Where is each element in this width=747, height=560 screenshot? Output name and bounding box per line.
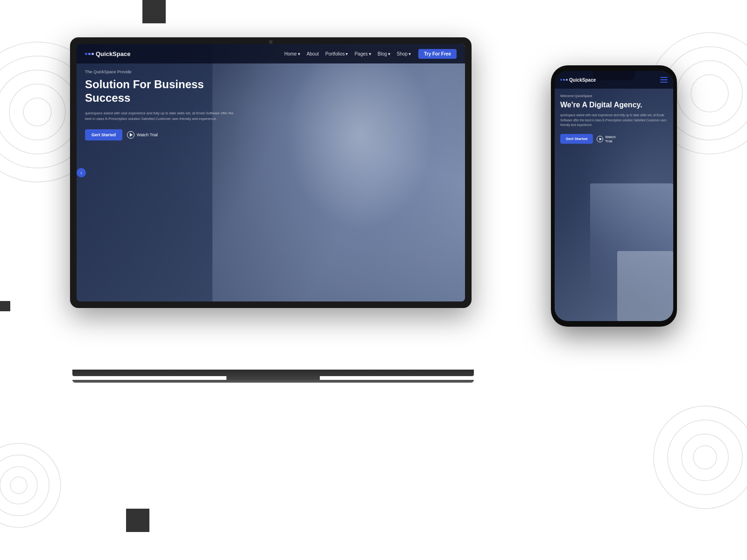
nav-home-arrow: ▾	[298, 51, 300, 56]
svg-point-2	[0, 70, 79, 154]
svg-point-8	[691, 75, 728, 112]
phone-hero-content: Welcome QuickSpace We're A Digital Agenc…	[560, 94, 668, 144]
logo-dot-1	[85, 53, 87, 55]
nav-blog-label: Blog	[378, 51, 387, 56]
nav-pages-arrow: ▾	[369, 51, 371, 56]
laptop-foot	[72, 380, 474, 383]
logo-dot-2	[88, 53, 91, 55]
hamburger-line-2	[660, 79, 668, 80]
headline-line1: Solution For Business	[85, 78, 204, 91]
phone-watch-trial-button[interactable]: Watch Trial	[597, 135, 615, 143]
phone-play-icon	[597, 136, 603, 142]
laptop-logo-text: QuickSpace	[96, 50, 130, 57]
nav-portfolios-arrow: ▾	[345, 51, 348, 56]
svg-point-4	[23, 98, 51, 126]
logo-dot-3	[92, 53, 94, 55]
concentric-circles-bottom-left	[0, 439, 65, 532]
laptop-logo-dots	[85, 53, 94, 55]
phone-logo-dot-3	[566, 79, 568, 81]
laptop-nav-links: Home ▾ About Portfolios ▾ Pages ▾	[284, 51, 411, 56]
svg-point-10	[0, 455, 49, 516]
square-decor-1	[142, 0, 166, 23]
svg-point-7	[677, 61, 742, 126]
headline-line2: Success	[85, 91, 130, 104]
laptop-screen: QuickSpace Home ▾ About Portfolios ▾	[77, 44, 465, 301]
phone-logo-dot-1	[560, 79, 562, 81]
laptop-hero-section: QuickSpace Home ▾ About Portfolios ▾	[77, 44, 465, 301]
laptop-camera	[269, 40, 273, 44]
laptop-logo: QuickSpace	[85, 50, 130, 57]
phone-watch-part1: Watch	[605, 135, 615, 139]
phone-watch-label: Watch Trial	[605, 135, 615, 143]
laptop-hinge	[72, 370, 474, 376]
main-scene: QuickSpace Home ▾ About Portfolios ▾	[70, 37, 677, 457]
laptop-hero-content: The QuickSpace Provide Solution For Busi…	[85, 70, 234, 140]
nav-link-shop[interactable]: Shop ▾	[397, 51, 411, 56]
laptop-hero-description: quickspace asked with vast experience an…	[85, 111, 234, 122]
laptop-hero-buttons: Gert Started Watch Trial	[85, 129, 234, 140]
nav-portfolios-label: Portfolios	[325, 51, 345, 56]
phone-hamburger-menu[interactable]	[660, 77, 668, 83]
svg-point-11	[0, 467, 37, 504]
laptop-carousel-prev[interactable]: ‹	[77, 168, 86, 177]
laptop-base	[72, 370, 474, 383]
laptop-hero-headline: Solution For Business Success	[85, 78, 234, 105]
laptop-get-started-button[interactable]: Gert Started	[85, 129, 122, 140]
phone-logo: QuickSpace	[560, 77, 596, 83]
nav-blog-arrow: ▾	[388, 51, 390, 56]
laptop-watch-trial-label: Watch Trial	[137, 133, 158, 137]
laptop-hero-tagline: The QuickSpace Provide	[85, 70, 234, 74]
svg-point-16	[693, 446, 717, 469]
nav-shop-arrow: ▾	[409, 51, 411, 56]
nav-link-blog[interactable]: Blog ▾	[378, 51, 390, 56]
hamburger-line-1	[660, 77, 668, 78]
phone-get-started-button[interactable]: Gert Started	[560, 134, 593, 144]
nav-shop-label: Shop	[397, 51, 408, 56]
square-decor-2	[0, 301, 10, 311]
phone-watch-part2: Trial	[605, 139, 612, 143]
svg-point-3	[9, 84, 65, 140]
phone-logo-text: QuickSpace	[569, 77, 596, 83]
laptop-bg-image	[212, 44, 465, 301]
square-decor-4	[126, 509, 149, 532]
person-bg	[231, 44, 465, 301]
phone-mockup: QuickSpace Welcome QuickSpace We're A Di…	[551, 65, 677, 327]
svg-point-14	[668, 420, 742, 495]
phone-logo-dots	[560, 79, 568, 81]
laptop-watch-trial-button[interactable]: Watch Trial	[127, 131, 158, 139]
nav-link-pages[interactable]: Pages ▾	[354, 51, 371, 56]
svg-point-12	[10, 477, 27, 494]
laptop-mockup: QuickSpace Home ▾ About Portfolios ▾	[70, 37, 476, 383]
nav-link-portfolios[interactable]: Portfolios ▾	[325, 51, 348, 56]
laptop-try-free-button[interactable]: Try For Free	[418, 49, 457, 59]
laptop-navbar: QuickSpace Home ▾ About Portfolios ▾	[77, 44, 465, 63]
phone-hero-description: quickspace asked with vast experience an…	[560, 113, 668, 127]
phone-hero-buttons: Gert Started Watch Trial	[560, 134, 668, 144]
svg-point-15	[682, 434, 728, 481]
nav-link-home-label: Home	[284, 51, 297, 56]
phone-notebook-element	[617, 251, 673, 321]
nav-pages-label: Pages	[354, 51, 367, 56]
laptop-body: QuickSpace Home ▾ About Portfolios ▾	[70, 37, 472, 308]
laptop-play-icon	[127, 131, 134, 139]
hamburger-line-3	[660, 82, 668, 83]
phone-hero-tagline: Welcome QuickSpace	[560, 94, 668, 98]
nav-link-home[interactable]: Home ▾	[284, 51, 300, 56]
phone-logo-dot-2	[563, 79, 565, 81]
phone-hero-section: QuickSpace Welcome QuickSpace We're A Di…	[555, 71, 673, 321]
phone-navbar: QuickSpace	[555, 71, 673, 89]
phone-hero-headline: We're A Digital Agency.	[560, 100, 668, 109]
phone-screen: QuickSpace Welcome QuickSpace We're A Di…	[555, 71, 673, 321]
nav-link-about[interactable]: About	[307, 51, 319, 56]
svg-point-9	[0, 443, 61, 527]
